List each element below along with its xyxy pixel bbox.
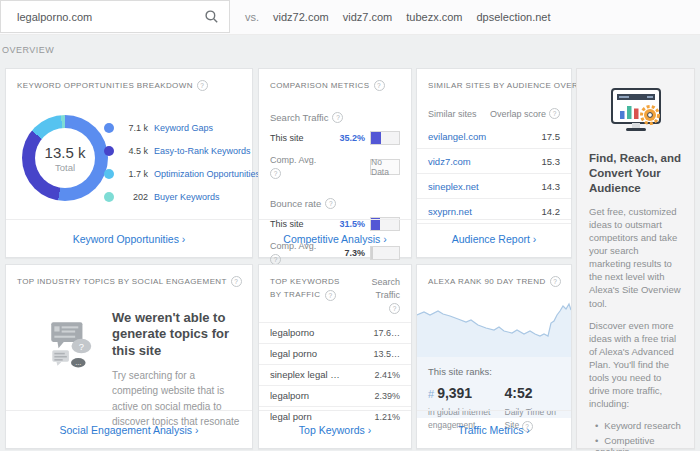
info-icon[interactable] bbox=[549, 108, 560, 119]
card-footer: Competitive Analysis › bbox=[259, 219, 411, 257]
legend-value: 7.1 k bbox=[121, 123, 148, 133]
info-icon[interactable] bbox=[550, 276, 561, 287]
legend-dot bbox=[104, 169, 114, 179]
card-title: COMPARISON METRICS bbox=[259, 69, 411, 91]
card-title: ALEXA RANK 90 DAY TREND bbox=[417, 265, 571, 287]
competitor-site: vidz72.com bbox=[273, 11, 329, 23]
keyword-opportunities-link[interactable]: Keyword Opportunities › bbox=[73, 233, 186, 245]
overlap-score: 14.3 bbox=[542, 181, 561, 192]
similar-site-link[interactable]: evilangel.com bbox=[428, 131, 486, 142]
site-ranks-label: This site ranks: bbox=[428, 366, 560, 377]
metric-row-search-comp-avg: Comp. Avg. No Data bbox=[270, 154, 400, 179]
similar-site-row: sineplex.net14.3 bbox=[417, 174, 571, 199]
bounce-rate-section-label: Bounce rate bbox=[270, 198, 400, 209]
info-icon[interactable] bbox=[374, 80, 385, 91]
no-data-box: No Data bbox=[370, 159, 400, 175]
search-traffic-column-header: Search Traffic bbox=[360, 276, 400, 315]
daily-time-value: 4:52 bbox=[505, 385, 560, 401]
legend-item: 7.1 kKeyword Gaps bbox=[104, 123, 248, 133]
search-icon[interactable] bbox=[205, 10, 218, 23]
promo-bullet-item: Keyword research bbox=[595, 420, 682, 431]
keyword-text: legal porno bbox=[270, 348, 317, 359]
comparison-metrics-card: COMPARISON METRICS Search Traffic This s… bbox=[258, 68, 412, 258]
keyword-row: legal porno13.5… bbox=[259, 343, 411, 364]
similar-site-row: evilangel.com17.5 bbox=[417, 124, 571, 149]
card-title: TOP INDUSTRY TOPICS BY SOCIAL ENGAGEMENT bbox=[6, 265, 252, 287]
overlap-score: 15.3 bbox=[542, 156, 561, 167]
legend-item: 202Buyer Keywords bbox=[104, 192, 248, 202]
search-input[interactable] bbox=[1, 11, 205, 23]
similar-site-link[interactable]: sxyprn.net bbox=[428, 206, 472, 217]
svg-text:?: ? bbox=[79, 342, 84, 352]
legend-value: 4.5 k bbox=[121, 146, 148, 156]
keyword-legend: 7.1 kKeyword Gaps4.5 kEasy-to-Rank Keywo… bbox=[104, 123, 248, 215]
info-icon[interactable] bbox=[332, 112, 343, 123]
keyword-text: legalporn bbox=[270, 390, 309, 401]
legend-dot bbox=[104, 123, 114, 133]
info-icon[interactable] bbox=[389, 303, 400, 314]
global-rank-value: #9,391 bbox=[428, 385, 505, 401]
similar-site-link[interactable]: vidz7.com bbox=[428, 156, 471, 167]
legend-label[interactable]: Easy-to-Rank Keywords bbox=[154, 146, 251, 156]
top-keywords-card: TOP KEYWORDS BY TRAFFIC Search Traffic l… bbox=[258, 264, 412, 449]
legend-label[interactable]: Keyword Gaps bbox=[154, 123, 213, 133]
similar-sites-card: SIMILAR SITES BY AUDIENCE OVERLAP Simila… bbox=[416, 68, 572, 258]
card-footer: Social Engagement Analysis › bbox=[6, 410, 252, 448]
keyword-text: legalporno bbox=[270, 327, 314, 338]
social-engagement-analysis-link[interactable]: Social Engagement Analysis › bbox=[60, 424, 199, 436]
info-icon[interactable] bbox=[231, 276, 242, 287]
legend-value: 202 bbox=[121, 192, 148, 202]
promo-panel: Find, Reach, and Convert Your Audience G… bbox=[576, 68, 695, 449]
social-topics-card: TOP INDUSTRY TOPICS BY SOCIAL ENGAGEMENT… bbox=[5, 264, 253, 449]
promo-bullet-list: Keyword researchCompetitive analysisCont… bbox=[589, 420, 682, 451]
keyword-row: sineplex legal …2.41% bbox=[259, 364, 411, 385]
card-title: SIMILAR SITES BY AUDIENCE OVERLAP bbox=[417, 69, 571, 91]
keyword-opportunities-card: KEYWORD OPPORTUNITIES BREAKDOWN 13.5 k T… bbox=[5, 68, 253, 258]
svg-text:...: ... bbox=[75, 358, 81, 367]
similar-sites-rows: evilangel.com17.5vidz7.com15.3sineplex.n… bbox=[417, 124, 571, 224]
rank-trend-card: ALEXA RANK 90 DAY TREND This site ranks:… bbox=[416, 264, 572, 449]
info-icon[interactable] bbox=[325, 290, 336, 301]
card-title: KEYWORD OPPORTUNITIES BREAKDOWN bbox=[6, 69, 252, 91]
audience-report-link[interactable]: Audience Report › bbox=[452, 233, 537, 245]
donut-total-value: 13.5 k bbox=[45, 144, 86, 161]
info-icon[interactable] bbox=[197, 80, 208, 91]
keyword-donut-chart: 13.5 k Total bbox=[22, 115, 108, 201]
card-title: TOP KEYWORDS BY TRAFFIC bbox=[270, 276, 348, 315]
site-search-box[interactable] bbox=[0, 0, 230, 33]
no-topics-heading: We weren't able to generate topics for t… bbox=[112, 310, 240, 359]
traffic-metrics-link[interactable]: Traffic Metrics › bbox=[458, 424, 530, 436]
rank-trend-chart bbox=[417, 299, 571, 357]
keyword-traffic: 13.5… bbox=[373, 349, 400, 359]
card-footer: Traffic Metrics › bbox=[417, 410, 571, 448]
info-icon[interactable] bbox=[270, 168, 281, 179]
keyword-row: legalporn2.39% bbox=[259, 385, 411, 406]
competitive-analysis-link[interactable]: Competitive Analysis › bbox=[283, 233, 386, 245]
rank-hash: # bbox=[428, 388, 434, 400]
overlap-score: 14.2 bbox=[542, 206, 561, 217]
search-traffic-bar bbox=[370, 131, 400, 145]
legend-item: 1.7 kOptimization Opportunities bbox=[104, 169, 248, 179]
competitors-row: vs. vidz72.comvidz7.comtubezx.comdpselec… bbox=[245, 0, 564, 33]
legend-dot bbox=[104, 146, 114, 156]
legend-dot bbox=[104, 192, 114, 202]
similar-sites-table-header: Similar sites Overlap score bbox=[417, 108, 571, 119]
legend-label[interactable]: Optimization Opportunities bbox=[154, 169, 260, 179]
metric-row-search-this-site: This site 35.2% bbox=[270, 131, 400, 145]
competitor-site: vidz7.com bbox=[343, 11, 393, 23]
info-icon[interactable] bbox=[325, 198, 336, 209]
card-footer: Top Keywords › bbox=[259, 410, 411, 448]
keyword-traffic: 2.41% bbox=[374, 370, 400, 380]
legend-item: 4.5 kEasy-to-Rank Keywords bbox=[104, 146, 248, 156]
overlap-score: 17.5 bbox=[542, 131, 561, 142]
rank-stats-panel: This site ranks: #9,391 in global intern… bbox=[417, 357, 571, 418]
promo-title: Find, Reach, and Convert Your Audience bbox=[589, 151, 682, 196]
legend-label[interactable]: Buyer Keywords bbox=[154, 192, 220, 202]
keyword-traffic: 17.6… bbox=[373, 328, 400, 338]
search-traffic-section-label: Search Traffic bbox=[270, 112, 400, 123]
similar-site-link[interactable]: sineplex.net bbox=[428, 181, 479, 192]
competitor-site: tubezx.com bbox=[406, 11, 462, 23]
top-keywords-link[interactable]: Top Keywords › bbox=[299, 424, 371, 436]
monitor-chart-gear-icon bbox=[589, 87, 682, 135]
overview-section-label: OVERVIEW bbox=[2, 45, 54, 55]
